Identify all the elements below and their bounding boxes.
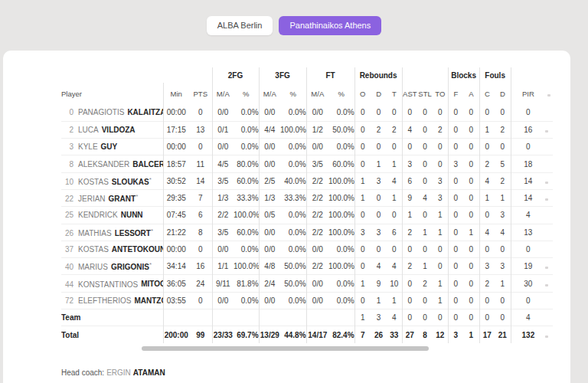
scroll-cut-hint: [545, 121, 553, 138]
stat-cell: 132: [511, 326, 545, 343]
table-row: 26MATHIASLESSORT*21:2283/560.0%0/00.0%2/…: [61, 224, 553, 241]
scroll-cut-hint: [545, 139, 553, 155]
starter-asterisk: *: [149, 261, 152, 268]
stat-cell: 100.0%: [328, 207, 354, 224]
stat-cell: 0: [417, 309, 433, 326]
group-header-blocks: Blocks: [448, 67, 479, 83]
stat-cell: 0.0%: [328, 241, 354, 257]
column-header-ft-pct: %: [328, 83, 354, 104]
table-row: Team13400000004: [61, 309, 553, 326]
table-row: 25KENDRICKNUNN07:4562/2100.0%0/50.0%2/21…: [61, 207, 553, 224]
table-row: 22JERIANGRANT*29:3571/333.3%1/333.3%2/21…: [61, 189, 553, 206]
player-first-name: ALEKSANDER: [78, 160, 129, 169]
stat-cell: 16: [189, 258, 212, 275]
table-row: Total200:009923/3369.7%13/2944.8%14/1782…: [61, 326, 553, 343]
jersey-number: 72: [61, 296, 74, 305]
tab-alba-berlin[interactable]: ALBA Berlin: [207, 16, 273, 35]
stat-cell: 9: [402, 189, 417, 206]
stat-cell: 0: [448, 189, 463, 206]
cut-column-mark: [545, 336, 548, 338]
stat-cell: 13/29: [259, 326, 280, 343]
stat-cell: 0: [495, 241, 511, 257]
table-row: 2LUCAVILDOZA17:15130/10.0%4/4100.0%1/250…: [61, 121, 553, 138]
stat-cell: 2: [371, 121, 387, 138]
player-name-cell: 26MATHIASLESSORT*: [61, 224, 163, 241]
stat-cell: 0.0%: [280, 139, 306, 155]
stat-cell: 4/5: [212, 155, 234, 172]
stat-cell: 1: [433, 275, 448, 292]
stat-cell: 50.0%: [280, 275, 306, 292]
stat-cell: 0: [463, 241, 479, 257]
stat-cell: 1/3: [212, 189, 234, 206]
stat-cell: 6: [189, 207, 212, 224]
stat-cell: 0: [511, 241, 545, 257]
stat-group-header-row: 2FG 3FG FT Rebounds Blocks Fouls: [61, 67, 553, 83]
stat-cell: 0: [417, 121, 433, 138]
stat-cell: 0: [463, 155, 479, 172]
stat-cell: 0: [463, 139, 479, 155]
row-label: Team: [61, 313, 80, 322]
scroll-cut-hint: [545, 224, 553, 241]
player-first-name: ELEFTHERIOS: [78, 296, 131, 305]
jersey-number: 22: [61, 195, 74, 203]
column-header-pts: PTS: [189, 83, 212, 104]
column-header-ft-ma: M/A: [306, 83, 328, 104]
column-header-stl: STL: [417, 83, 433, 104]
stat-cell: 0: [417, 207, 433, 224]
stat-cell: 1: [433, 292, 448, 309]
stat-cell: 4: [495, 224, 511, 241]
stat-cell: [163, 309, 189, 326]
stat-cell: 7: [354, 326, 371, 343]
group-header-spacer: [61, 67, 212, 83]
stat-cell: 11: [189, 155, 212, 172]
stat-cell: 0/0: [306, 241, 328, 257]
stat-cell: 17: [479, 326, 495, 343]
scroll-cut-hint: [545, 155, 553, 172]
stat-cell: 0: [448, 309, 463, 326]
player-first-name: MARIUS: [78, 263, 108, 271]
stat-cell: 1: [354, 172, 371, 189]
column-header-pir: PIR: [511, 83, 545, 104]
player-last-name: BALCEROWSKI: [132, 160, 163, 169]
tab-panathinaikos-athens[interactable]: Panathinaikos Athens: [279, 16, 381, 35]
stat-cell: 0.0%: [280, 292, 306, 309]
stat-cell: 3: [371, 224, 387, 241]
stat-cell: 0: [371, 189, 387, 206]
head-coach-first-name: ERGIN: [106, 368, 131, 377]
stat-cell: 0: [402, 139, 417, 155]
stat-cell: 0.0%: [234, 121, 259, 138]
stat-cell: 21:22: [163, 224, 189, 241]
stat-cell: 0: [354, 104, 371, 121]
stat-cell: 3/5: [212, 224, 234, 241]
stat-cell: 1: [371, 155, 387, 172]
stat-cell: 10: [387, 275, 402, 292]
player-last-name: VILDOZA: [102, 126, 136, 134]
scroll-cut-hint: [545, 326, 553, 343]
cut-column-mark: [545, 130, 548, 133]
stat-cell: 40.0%: [280, 172, 306, 189]
stat-cell: 0.0%: [328, 292, 354, 309]
stat-cell: 0: [448, 172, 463, 189]
stat-cell: 0: [417, 155, 433, 172]
horizontal-scrollbar-thumb[interactable]: [142, 346, 429, 351]
group-header-3fg: 3FG: [259, 67, 306, 83]
stat-cell: 9: [371, 275, 387, 292]
player-name-cell: 8ALEKSANDERBALCEROWSKI: [61, 155, 163, 172]
stat-cell: 1: [433, 224, 448, 241]
stat-cell: 2/5: [259, 172, 280, 189]
table-row: 10KOSTASSLOUKAS*30:52143/560.0%2/540.0%2…: [61, 172, 553, 189]
stat-cell: 2: [402, 224, 417, 241]
player-name-cell: 72ELEFTHERIOSMANTZOUKAS: [61, 292, 163, 309]
column-header-ast: AST: [402, 83, 417, 104]
jersey-number: 10: [61, 178, 74, 186]
group-header-spacer: [511, 67, 553, 83]
stat-cell: 0.0%: [280, 104, 306, 121]
stat-cell: 0: [463, 104, 479, 121]
stat-cell: 0/0: [259, 104, 280, 121]
stat-cell: 3/5: [212, 172, 234, 189]
starter-asterisk: *: [136, 193, 138, 200]
column-header-player: Player: [61, 83, 163, 104]
stat-cell: 99: [189, 326, 212, 343]
player-last-name: MANTZOUKAS: [134, 296, 163, 305]
cut-column-mark: [545, 284, 548, 286]
